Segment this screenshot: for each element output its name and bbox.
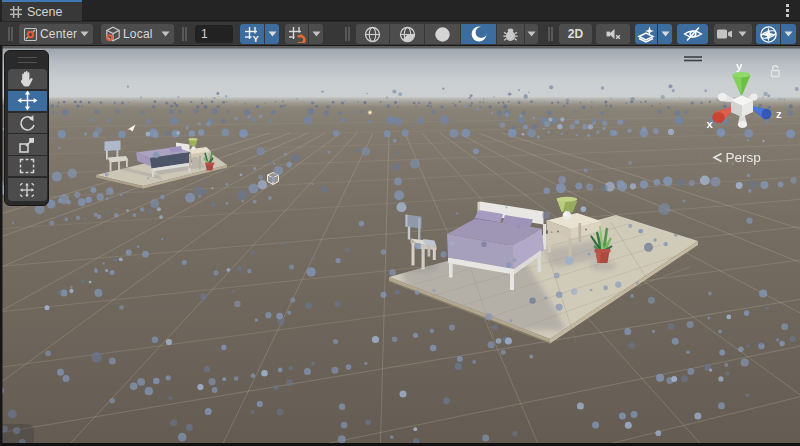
svg-text:Y: Y (252, 33, 259, 43)
svg-text:y: y (736, 60, 743, 72)
svg-text:z: z (776, 108, 782, 120)
svg-text:Persp: Persp (726, 150, 761, 165)
svg-text:x: x (707, 118, 714, 130)
